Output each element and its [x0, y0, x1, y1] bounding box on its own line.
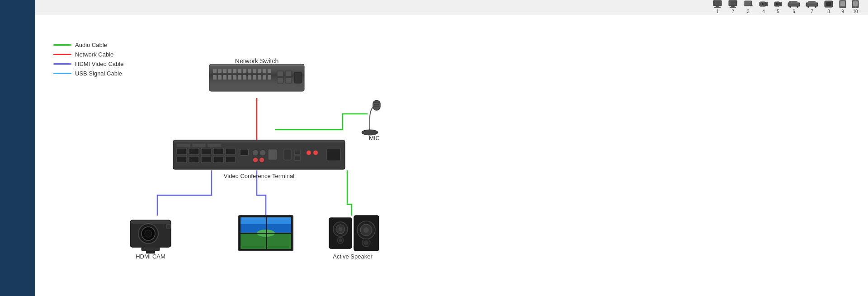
- svg-rect-87: [294, 156, 301, 160]
- svg-rect-73: [201, 148, 211, 155]
- svg-rect-3: [729, 0, 737, 6]
- svg-rect-58: [285, 78, 292, 83]
- svg-point-83: [259, 157, 264, 163]
- device-icon-1: [712, 0, 722, 8]
- svg-rect-92: [192, 144, 206, 147]
- main-content: 1 2 3: [35, 0, 868, 296]
- svg-rect-69: [177, 148, 187, 155]
- svg-rect-70: [177, 156, 187, 163]
- vct-group: [173, 140, 345, 169]
- top-device-6[interactable]: 6: [788, 0, 800, 14]
- svg-point-88: [307, 150, 311, 155]
- device-number-3: 3: [747, 9, 750, 14]
- svg-rect-19: [808, 1, 816, 4]
- svg-rect-47: [233, 75, 236, 80]
- svg-rect-55: [277, 71, 283, 76]
- svg-rect-57: [285, 71, 292, 76]
- svg-rect-7: [744, 5, 753, 6]
- svg-rect-98: [130, 220, 171, 224]
- svg-rect-59: [294, 72, 302, 83]
- svg-rect-107: [241, 217, 291, 224]
- top-device-4[interactable]: 4: [759, 0, 769, 14]
- device-number-1: 1: [716, 9, 719, 14]
- device-number-6: 6: [793, 9, 795, 14]
- svg-rect-84: [268, 149, 277, 160]
- diagram-area: Audio Cable Network Cable HDMI Video Cab…: [35, 14, 868, 296]
- svg-rect-49: [243, 75, 246, 80]
- audio-cable-speaker: [347, 170, 352, 216]
- device-number-7: 7: [811, 9, 813, 14]
- svg-point-119: [363, 227, 369, 233]
- device-icon-7: [806, 0, 818, 8]
- svg-rect-1: [716, 6, 719, 7]
- svg-rect-41: [263, 69, 266, 73]
- device-icon-10: [852, 0, 859, 8]
- svg-rect-62: [373, 100, 380, 110]
- device-icon-8: [824, 0, 834, 8]
- svg-rect-43: [213, 75, 217, 80]
- device-number-8: 8: [827, 9, 830, 14]
- top-device-1[interactable]: 1: [712, 0, 722, 14]
- svg-rect-25: [840, 1, 845, 6]
- svg-rect-38: [248, 69, 251, 73]
- camera-group: [130, 220, 171, 254]
- svg-rect-51: [253, 75, 256, 80]
- camera-label: HDMI CAM: [136, 253, 165, 260]
- top-bar-icons: 1 2 3: [712, 0, 859, 14]
- top-device-10[interactable]: 10: [852, 0, 859, 14]
- svg-rect-45: [223, 75, 226, 80]
- device-icon-6: [788, 0, 800, 8]
- vct-label: Video Conference Terminal: [224, 173, 294, 179]
- top-device-7[interactable]: 7: [806, 0, 818, 14]
- svg-point-97: [145, 230, 152, 237]
- svg-rect-4: [731, 6, 735, 7]
- svg-marker-10: [766, 2, 768, 6]
- svg-point-12: [776, 3, 778, 5]
- top-device-5[interactable]: 5: [774, 0, 782, 14]
- top-bar: 1 2 3: [35, 0, 868, 14]
- svg-rect-23: [826, 2, 831, 6]
- mic-group: [362, 100, 380, 135]
- left-sidebar: [0, 0, 35, 296]
- top-device-8[interactable]: 8: [824, 0, 834, 14]
- svg-rect-56: [277, 78, 283, 83]
- network-switch-group: [209, 64, 304, 91]
- svg-point-20: [807, 6, 809, 8]
- svg-point-9: [761, 3, 764, 5]
- svg-rect-77: [226, 148, 236, 155]
- speaker-group: [329, 216, 379, 251]
- svg-rect-34: [228, 69, 231, 73]
- svg-point-16: [789, 6, 791, 8]
- svg-rect-86: [294, 150, 301, 155]
- speaker-label: Active Speaker: [333, 253, 373, 260]
- device-icon-9: [839, 0, 846, 8]
- svg-point-121: [364, 240, 368, 245]
- svg-rect-35: [233, 69, 236, 73]
- top-device-2[interactable]: 2: [728, 0, 738, 14]
- svg-rect-71: [189, 148, 199, 155]
- svg-point-115: [339, 239, 342, 242]
- svg-rect-52: [258, 75, 261, 80]
- svg-rect-100: [142, 247, 160, 251]
- svg-rect-33: [223, 69, 226, 73]
- device-icon-5: [774, 0, 782, 8]
- svg-rect-44: [218, 75, 222, 80]
- svg-rect-78: [226, 156, 236, 163]
- svg-rect-54: [268, 75, 271, 80]
- mic-label: MIC: [369, 135, 380, 141]
- svg-rect-2: [714, 7, 721, 8]
- diagram-svg: Network Switch MIC: [35, 14, 868, 296]
- svg-point-17: [797, 6, 798, 8]
- svg-rect-68: [173, 140, 345, 142]
- svg-rect-40: [258, 69, 261, 73]
- top-device-3[interactable]: 3: [743, 0, 753, 14]
- svg-rect-79: [240, 149, 248, 155]
- svg-rect-42: [268, 69, 271, 73]
- svg-rect-76: [213, 156, 223, 163]
- svg-rect-31: [213, 69, 217, 73]
- device-icon-4: [759, 0, 769, 8]
- top-device-9[interactable]: 9: [839, 0, 846, 14]
- device-icon-3: [743, 0, 753, 8]
- svg-rect-0: [713, 0, 722, 6]
- svg-rect-85: [284, 149, 291, 160]
